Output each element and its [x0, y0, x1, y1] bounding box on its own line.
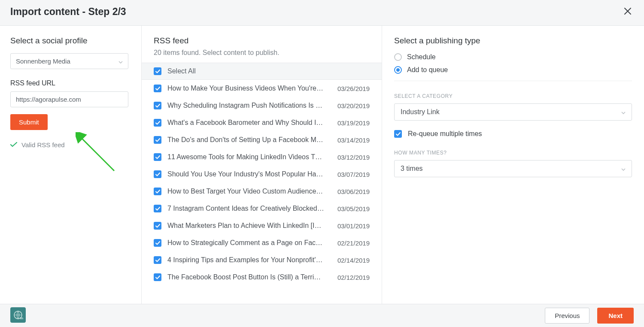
feed-item-title: 11 Awesome Tools for Making LinkedIn Vid… [167, 153, 324, 161]
feed-item-checkbox[interactable] [154, 119, 161, 127]
feed-item-checkbox[interactable] [154, 170, 161, 178]
select-all-checkbox[interactable] [154, 67, 161, 75]
feed-item[interactable]: How to Best Target Your Video Custom Aud… [142, 183, 382, 200]
category-value: Industry Link [401, 108, 440, 116]
feed-item-date: 03/12/2019 [330, 154, 370, 161]
feed-item-title: The Do's and Don'ts of Setting Up a Face… [167, 136, 324, 144]
middle-panel: RSS feed 20 items found. Select content … [142, 26, 382, 305]
feed-item[interactable]: 7 Instagram Content Ideas for Creatively… [142, 200, 382, 217]
feed-item-date: 02/21/2019 [330, 239, 370, 247]
feed-item-checkbox[interactable] [154, 222, 161, 230]
feed-item-checkbox[interactable] [154, 205, 161, 212]
feed-item-title: How to Make Your Business Videos When Yo… [167, 85, 324, 92]
feed-item[interactable]: How to Strategically Comment as a Page o… [142, 234, 382, 251]
valid-feed-status: Valid RSS feed [10, 141, 131, 148]
feed-item-title: How to Strategically Comment as a Page o… [167, 239, 324, 247]
times-value: 3 times [401, 165, 423, 173]
linkedin-icon[interactable]: in [10, 307, 26, 323]
rss-feed-title: RSS feed [154, 36, 370, 45]
feed-item-date: 03/05/2019 [330, 205, 370, 212]
category-label: SELECT A CATEGORY [394, 93, 632, 99]
requeue-checkbox-row[interactable]: Re-queue multiple times [394, 130, 632, 138]
select-all-label: Select All [167, 67, 196, 75]
dialog-title: Import content - Step 2/3 [10, 6, 126, 18]
radio-schedule[interactable]: Schedule [394, 53, 632, 61]
feed-item-checkbox[interactable] [154, 256, 161, 264]
feed-item-date: 03/01/2019 [330, 222, 370, 230]
dialog-header: Import content - Step 2/3 [0, 0, 644, 26]
feed-item[interactable]: Why Scheduling Instagram Push Notificati… [142, 97, 382, 114]
times-label: HOW MANY TIMES? [394, 150, 632, 156]
feed-item[interactable]: Should You Use Your Industry's Most Popu… [142, 166, 382, 183]
feed-item-checkbox[interactable] [154, 188, 161, 195]
chevron-down-icon [621, 108, 626, 116]
feed-item-checkbox[interactable] [154, 153, 161, 161]
feed-item-checkbox[interactable] [154, 136, 161, 144]
rss-url-label: RSS feed URL [10, 79, 131, 87]
dialog-footer: in Previous Next [0, 304, 644, 327]
profile-select[interactable]: Sonnenberg Media [10, 53, 128, 69]
feed-item[interactable]: How to Make Your Business Videos When Yo… [142, 80, 382, 97]
feed-item-title: What Marketers Plan to Achieve With Link… [167, 222, 324, 230]
svg-text:in: in [20, 316, 23, 320]
radio-queue-label: Add to queue [407, 66, 448, 74]
feed-item-date: 03/20/2019 [330, 102, 370, 109]
feed-item[interactable]: The Facebook Boost Post Button Is (Still… [142, 269, 382, 286]
category-select[interactable]: Industry Link [394, 103, 632, 121]
feed-item-date: 02/12/2019 [330, 274, 370, 281]
rss-feed-subtitle: 20 items found. Select content to publis… [154, 49, 370, 57]
feed-item-checkbox[interactable] [154, 239, 161, 247]
times-select[interactable]: 3 times [394, 160, 632, 177]
feed-item-title: The Facebook Boost Post Button Is (Still… [167, 273, 324, 281]
feed-item-date: 03/07/2019 [330, 171, 370, 178]
radio-icon [394, 53, 402, 61]
feed-item-title: What's a Facebook Barometer and Why Shou… [167, 119, 324, 127]
right-panel: Select a publishing type Schedule Add to… [382, 26, 644, 305]
submit-button[interactable]: Submit [10, 114, 48, 130]
feed-item-checkbox[interactable] [154, 102, 161, 109]
valid-feed-text: Valid RSS feed [21, 141, 65, 148]
left-panel: Select a social profile Sonnenberg Media… [0, 26, 142, 305]
feed-item-date: 02/14/2019 [330, 257, 370, 264]
feed-list[interactable]: How to Make Your Business Videos When Yo… [142, 80, 382, 305]
annotation-arrow [76, 132, 123, 175]
check-icon [10, 141, 17, 148]
feed-item-title: 4 Inspiring Tips and Examples for Your N… [167, 256, 324, 264]
radio-add-to-queue[interactable]: Add to queue [394, 66, 632, 74]
feed-item-title: 7 Instagram Content Ideas for Creatively… [167, 205, 324, 212]
feed-item-date: 03/14/2019 [330, 136, 370, 144]
feed-item-date: 03/06/2019 [330, 188, 370, 195]
chevron-down-icon [118, 58, 123, 65]
next-button[interactable]: Next [597, 308, 634, 324]
feed-item-title: Should You Use Your Industry's Most Popu… [167, 170, 324, 178]
feed-item[interactable]: 11 Awesome Tools for Making LinkedIn Vid… [142, 148, 382, 166]
publishing-type-title: Select a publishing type [394, 36, 632, 45]
previous-button[interactable]: Previous [545, 308, 589, 324]
feed-item[interactable]: What Marketers Plan to Achieve With Link… [142, 217, 382, 234]
feed-item[interactable]: What's a Facebook Barometer and Why Shou… [142, 114, 382, 131]
radio-icon [394, 66, 402, 74]
requeue-checkbox[interactable] [394, 130, 402, 138]
rss-url-value: https://agorapulse.com [16, 96, 81, 103]
feed-item-date: 03/26/2019 [330, 85, 370, 92]
feed-item-checkbox[interactable] [154, 273, 161, 281]
profile-section-title: Select a social profile [10, 36, 131, 45]
profile-select-value: Sonnenberg Media [16, 58, 70, 65]
feed-item-title: How to Best Target Your Video Custom Aud… [167, 188, 324, 195]
chevron-down-icon [621, 165, 626, 173]
rss-url-input[interactable]: https://agorapulse.com [10, 91, 128, 107]
feed-item[interactable]: 4 Inspiring Tips and Examples for Your N… [142, 251, 382, 269]
requeue-label: Re-queue multiple times [408, 130, 482, 138]
feed-item-title: Why Scheduling Instagram Push Notificati… [167, 102, 324, 109]
close-icon[interactable] [623, 7, 632, 17]
feed-item-date: 03/19/2019 [330, 119, 370, 127]
feed-item[interactable]: The Do's and Don'ts of Setting Up a Face… [142, 131, 382, 148]
feed-item-checkbox[interactable] [154, 85, 161, 92]
select-all-row[interactable]: Select All [142, 63, 382, 80]
radio-schedule-label: Schedule [407, 53, 436, 61]
